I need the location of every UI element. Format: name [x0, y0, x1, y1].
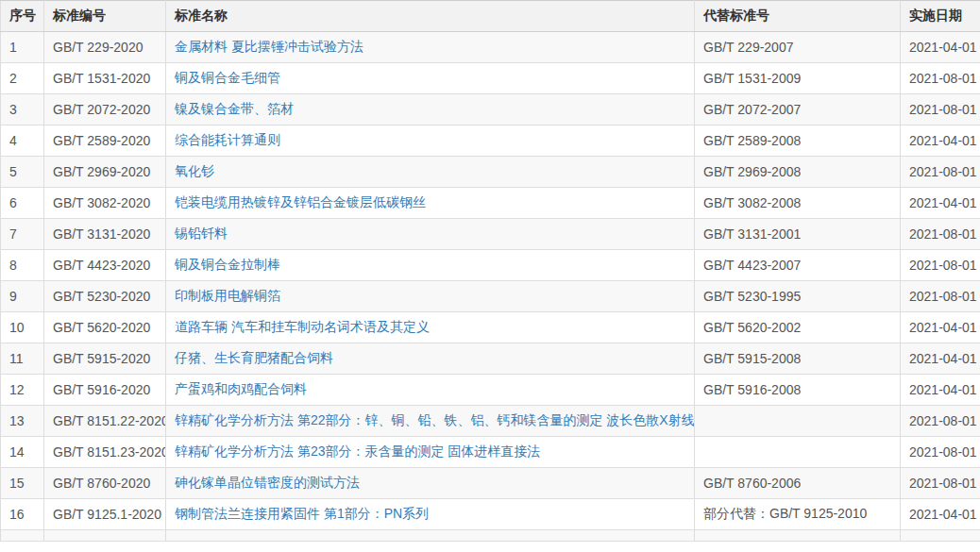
cell-standard-name: 产蛋鸡和肉鸡配合饲料 — [166, 375, 695, 406]
standard-name-link[interactable]: 氧化钐 — [175, 163, 214, 178]
cell-index: 11 — [1, 343, 44, 375]
standard-name-link[interactable]: 铠装电缆用热镀锌及锌铝合金镀层低碳钢丝 — [175, 194, 426, 209]
cell-implementation-date: 2021-04-01 — [901, 125, 980, 157]
cell-empty — [44, 530, 166, 542]
cell-index: 16 — [1, 499, 44, 530]
cell-index: 3 — [1, 94, 44, 125]
cell-implementation-date: 2021-08-01 — [901, 437, 980, 468]
cell-replaced-code — [695, 406, 901, 437]
cell-replaced-code: GB/T 3082-2008 — [695, 188, 901, 219]
cell-standard-code: GB/T 229-2020 — [44, 32, 166, 63]
cell-replaced-code: GB/T 5916-2008 — [695, 375, 901, 406]
cell-standard-code: GB/T 2589-2020 — [44, 125, 166, 157]
cell-standard-code: GB/T 8151.23-2020 — [44, 437, 166, 468]
cell-replaced-code — [695, 437, 901, 468]
cell-implementation-date: 2021-08-01 — [901, 406, 980, 437]
cell-implementation-date: 2021-04-01 — [901, 32, 980, 63]
cell-standard-name: 铠装电缆用热镀锌及锌铝合金镀层低碳钢丝 — [166, 188, 695, 219]
standard-name-link[interactable]: 锌精矿化学分析方法 第22部分：锌、铜、铅、铁、铝、钙和镁含量的测定 波长色散X… — [175, 412, 695, 427]
cell-implementation-date: 2021-04-01 — [901, 188, 980, 219]
cell-standard-code: GB/T 4423-2020 — [44, 250, 166, 281]
cell-replaced-code: GB/T 5230-1995 — [695, 281, 901, 312]
table-row: 2 GB/T 1531-2020 铜及铜合金毛细管 GB/T 1531-2009… — [1, 63, 980, 94]
standard-name-link[interactable]: 铜及铜合金拉制棒 — [175, 257, 280, 272]
cell-empty — [695, 530, 901, 542]
cell-standard-name: 砷化镓单晶位错密度的测试方法 — [166, 468, 695, 499]
standard-name-link[interactable]: 镍及镍合金带、箔材 — [175, 101, 294, 116]
standard-name-link[interactable]: 仔猪、生长育肥猪配合饲料 — [175, 350, 333, 365]
cell-index: 5 — [1, 157, 44, 188]
standard-name-link[interactable]: 砷化镓单晶位错密度的测试方法 — [175, 475, 360, 490]
cell-standard-code: GB/T 5915-2020 — [44, 343, 166, 375]
cell-index: 9 — [1, 281, 44, 312]
cell-standard-code: GB/T 2072-2020 — [44, 94, 166, 125]
standard-name-link[interactable]: 锡铅钎料 — [175, 226, 228, 241]
column-header-index: 序号 — [1, 1, 44, 32]
table-row: 10 GB/T 5620-2020 道路车辆 汽车和挂车制动名词术语及其定义 G… — [1, 312, 980, 343]
cell-standard-code: GB/T 3082-2020 — [44, 188, 166, 219]
standard-name-link[interactable]: 综合能耗计算通则 — [175, 132, 280, 147]
standards-list-page: 序号 标准编号 标准名称 代替标准号 实施日期 1 GB/T 229-2020 … — [0, 0, 980, 552]
cell-standard-code: GB/T 8151.22-2020 — [44, 406, 166, 437]
standard-name-link[interactable]: 锌精矿化学分析方法 第23部分：汞含量的测定 固体进样直接法 — [175, 443, 540, 459]
cell-index: 4 — [1, 125, 44, 157]
cell-standard-code: GB/T 5620-2020 — [44, 312, 166, 343]
cell-empty — [1, 530, 44, 542]
cell-standard-name: 镍及镍合金带、箔材 — [166, 94, 695, 125]
cell-empty — [166, 530, 695, 542]
standard-name-link[interactable]: 产蛋鸡和肉鸡配合饲料 — [175, 381, 307, 396]
standards-table: 序号 标准编号 标准名称 代替标准号 实施日期 1 GB/T 229-2020 … — [0, 0, 980, 542]
cell-index: 2 — [1, 63, 44, 94]
cell-empty — [901, 530, 980, 542]
cell-replaced-code: GB/T 1531-2009 — [695, 63, 901, 94]
table-row: 3 GB/T 2072-2020 镍及镍合金带、箔材 GB/T 2072-200… — [1, 94, 980, 125]
cell-implementation-date: 2021-08-01 — [901, 468, 980, 499]
cell-replaced-code: GB/T 3131-2001 — [695, 219, 901, 250]
standard-name-link[interactable]: 金属材料 夏比摆锤冲击试验方法 — [175, 39, 363, 54]
cell-replaced-code: GB/T 5915-2008 — [695, 343, 901, 375]
cell-standard-code: GB/T 5916-2020 — [44, 375, 166, 406]
cell-replaced-code: GB/T 229-2007 — [695, 32, 901, 63]
cell-standard-name: 铜及铜合金拉制棒 — [166, 250, 695, 281]
cell-standard-name: 金属材料 夏比摆锤冲击试验方法 — [166, 32, 695, 63]
cell-index: 12 — [1, 375, 44, 406]
cell-replaced-code: GB/T 4423-2007 — [695, 250, 901, 281]
table-row-partial — [1, 530, 980, 542]
column-header-standard-name: 标准名称 — [166, 1, 695, 32]
cell-implementation-date: 2021-08-01 — [901, 157, 980, 188]
cell-standard-name: 印制板用电解铜箔 — [166, 281, 695, 312]
table-row: 5 GB/T 2969-2020 氧化钐 GB/T 2969-2008 2021… — [1, 157, 980, 188]
cell-standard-name: 钢制管法兰连接用紧固件 第1部分：PN系列 — [166, 499, 695, 530]
cell-index: 14 — [1, 437, 44, 468]
cell-implementation-date: 2021-04-01 — [901, 499, 980, 530]
table-row: 12 GB/T 5916-2020 产蛋鸡和肉鸡配合饲料 GB/T 5916-2… — [1, 375, 980, 406]
table-row: 6 GB/T 3082-2020 铠装电缆用热镀锌及锌铝合金镀层低碳钢丝 GB/… — [1, 188, 980, 219]
cell-index: 10 — [1, 312, 44, 343]
table-row: 15 GB/T 8760-2020 砷化镓单晶位错密度的测试方法 GB/T 87… — [1, 468, 980, 499]
cell-standard-code: GB/T 2969-2020 — [44, 157, 166, 188]
column-header-implementation-date: 实施日期 — [901, 1, 980, 32]
standard-name-link[interactable]: 铜及铜合金毛细管 — [175, 70, 280, 85]
cell-index: 1 — [1, 32, 44, 63]
table-row: 11 GB/T 5915-2020 仔猪、生长育肥猪配合饲料 GB/T 5915… — [1, 343, 980, 375]
cell-replaced-code: GB/T 2589-2008 — [695, 125, 901, 157]
cell-standard-name: 铜及铜合金毛细管 — [166, 63, 695, 94]
cell-standard-name: 锡铅钎料 — [166, 219, 695, 250]
cell-implementation-date: 2021-04-01 — [901, 343, 980, 375]
cell-index: 6 — [1, 188, 44, 219]
cell-standard-name: 综合能耗计算通则 — [166, 125, 695, 157]
standard-name-link[interactable]: 钢制管法兰连接用紧固件 第1部分：PN系列 — [175, 506, 429, 521]
standard-name-link[interactable]: 印制板用电解铜箔 — [175, 288, 280, 303]
table-row: 16 GB/T 9125.1-2020 钢制管法兰连接用紧固件 第1部分：PN系… — [1, 499, 980, 530]
table-row: 13 GB/T 8151.22-2020 锌精矿化学分析方法 第22部分：锌、铜… — [1, 406, 980, 437]
cell-implementation-date: 2021-08-01 — [901, 63, 980, 94]
cell-standard-name: 氧化钐 — [166, 157, 695, 188]
header-row: 序号 标准编号 标准名称 代替标准号 实施日期 — [1, 1, 980, 32]
cell-implementation-date: 2021-08-01 — [901, 94, 980, 125]
table-row: 9 GB/T 5230-2020 印制板用电解铜箔 GB/T 5230-1995… — [1, 281, 980, 312]
table-row: 14 GB/T 8151.23-2020 锌精矿化学分析方法 第23部分：汞含量… — [1, 437, 980, 468]
standard-name-link[interactable]: 道路车辆 汽车和挂车制动名词术语及其定义 — [175, 319, 430, 334]
cell-standard-name: 道路车辆 汽车和挂车制动名词术语及其定义 — [166, 312, 695, 343]
cell-index: 8 — [1, 250, 44, 281]
cell-implementation-date: 2021-04-01 — [901, 375, 980, 406]
